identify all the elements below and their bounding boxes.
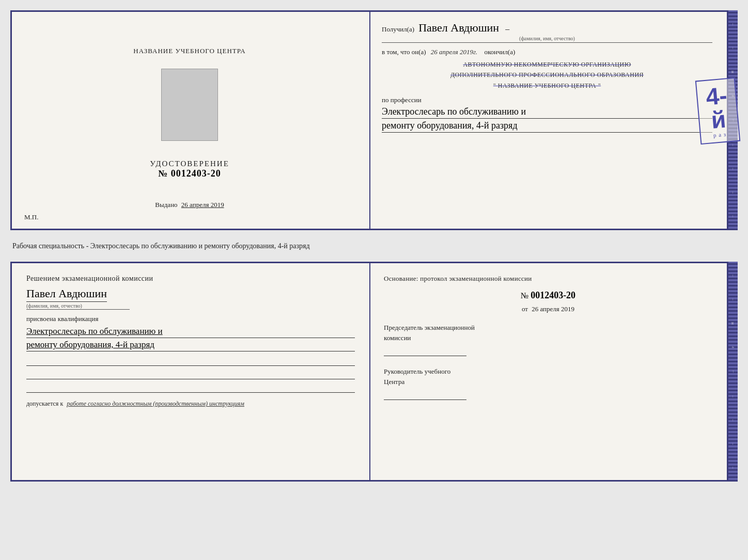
dopusk-text: работе согласно должностным (производств… — [67, 400, 244, 407]
recipient-name-bottom: Павел Авдюшин — [26, 287, 107, 302]
sig-line-2 — [26, 370, 355, 379]
rukovoditel-label1: Руководитель учебного — [384, 366, 712, 377]
recipient-name-top: Павел Авдюшин — [418, 21, 499, 35]
ot-date-block: от 26 апреля 2019 — [384, 305, 712, 313]
ot-date-value: 26 апреля 2019 — [532, 305, 574, 313]
fio-block-bottom: Павел Авдюшин (фамилия, имя, отчество) — [26, 287, 355, 310]
org-line2: ДОПОЛНИТЕЛЬНОГО ПРОФЕССИОНАЛЬНОГО ОБРАЗО… — [382, 70, 712, 80]
rukovoditel-sig-line — [384, 390, 466, 400]
vydano-line: Выдано 26 апреля 2019 — [155, 201, 224, 209]
cert-number-top: № 0012403-20 — [150, 168, 229, 179]
dash-top: – — [505, 24, 509, 34]
bottom-cert-panels: Решением экзаменационной комиссии Павел … — [10, 262, 728, 482]
vydano-date: 26 апреля 2019 — [181, 201, 224, 209]
profession-block-top: по профессии Электрослесарь по обслужива… — [382, 96, 712, 133]
org-text-block: АВТОНОМНУЮ НЕКОММЕРЧЕСКУЮ ОРГАНИЗАЦИЮ ДО… — [382, 59, 712, 91]
stamp-area: АВТОНОМНУЮ НЕКОММЕРЧЕСКУЮ ОРГАНИЗАЦИЮ ДО… — [382, 59, 712, 91]
osnovanie-label: Основание: протокол экзаменационной коми… — [384, 275, 712, 283]
fio-subtitle-bottom: (фамилия, имя, отчество) — [26, 303, 130, 310]
bottom-certificate: Решением экзаменационной комиссии Павел … — [10, 262, 738, 482]
number-prefix: № — [158, 168, 168, 179]
vtom-date: 26 апреля 2019г. — [431, 48, 477, 56]
signature-lines-bottom — [26, 357, 355, 393]
org-lines: АВТОНОМНУЮ НЕКОММЕРЧЕСКУЮ ОРГАНИЗАЦИЮ ДО… — [382, 59, 712, 91]
bottom-right-spine: – – и а ← – – – – — [728, 262, 738, 482]
udostoverenie-label: УДОСТОВЕРЕНИЕ — [150, 159, 229, 168]
vtom-label: в том, что он(а) — [382, 48, 426, 56]
poluchil-label: Получил(а) — [382, 25, 414, 34]
protocol-block: № 0012403-20 — [384, 290, 712, 301]
bottom-cert-left: Решением экзаменационной комиссии Павел … — [12, 263, 369, 480]
top-certificate: НАЗВАНИЕ УЧЕБНОГО ЦЕНТРА УДОСТОВЕРЕНИЕ №… — [10, 10, 738, 230]
page-wrapper: НАЗВАНИЕ УЧЕБНОГО ЦЕНТРА УДОСТОВЕРЕНИЕ №… — [10, 10, 738, 482]
photo-placeholder — [161, 69, 218, 141]
org-line3: " НАЗВАНИЕ УЧЕБНОГО ЦЕНТРА " — [382, 81, 712, 91]
top-cert-left: НАЗВАНИЕ УЧЕБНОГО ЦЕНТРА УДОСТОВЕРЕНИЕ №… — [12, 12, 367, 229]
top-cert-right: Получил(а) Павел Авдюшин – (фамилия, имя… — [367, 12, 727, 229]
profession-line1-top: Электрослесарь по обслуживанию и — [382, 106, 712, 119]
okonchil-label: окончил(а) — [484, 48, 515, 56]
ot-label: от — [522, 305, 528, 313]
chairman-sig-line — [384, 346, 466, 356]
grade-number: 4-й — [705, 83, 730, 132]
chairman-block: Председатель экзаменационной комиссии — [384, 323, 712, 356]
kvalif-block: Электрослесарь по обслуживанию и ремонту… — [26, 326, 355, 351]
vtom-line: в том, что он(а) 26 апреля 2019г. окончи… — [382, 48, 712, 56]
po-professii-label: по профессии — [382, 96, 712, 104]
fio-subtitle-top: (фамилия, имя, отчество) — [382, 36, 712, 43]
protocol-number: 0012403-20 — [531, 290, 575, 300]
sig-line-3 — [26, 383, 355, 393]
kvalif-line1: Электрослесарь по обслуживанию и — [26, 326, 355, 338]
dopuskaetsya-block: допускается к работе согласно должностны… — [26, 400, 355, 408]
poluchil-line: Получил(а) Павел Авдюшин – — [382, 21, 712, 35]
kvalif-line2: ремонту оборудования, 4-й разряд — [26, 340, 355, 351]
protocol-prefix: № — [521, 291, 528, 300]
resheniem-label: Решением экзаменационной комиссии — [26, 275, 355, 283]
bottom-cert-right: Основание: протокол экзаменационной коми… — [369, 263, 727, 480]
profession-lines-top: Электрослесарь по обслуживанию и ремонту… — [382, 106, 712, 133]
prisvoena-label: присвоена квалификация — [26, 315, 355, 323]
sig-line-1 — [26, 357, 355, 366]
udostoverenie-block: УДОСТОВЕРЕНИЕ № 0012403-20 — [150, 159, 229, 179]
chairman-label1: Председатель экзаменационной — [384, 323, 712, 333]
profession-line2-top: ремонту оборудования, 4-й разряд — [382, 120, 712, 133]
middle-text: Рабочая специальность - Электрослесарь п… — [10, 236, 738, 255]
cert-number-value: 0012403-20 — [171, 168, 221, 179]
top-cert-panels: НАЗВАНИЕ УЧЕБНОГО ЦЕНТРА УДОСТОВЕРЕНИЕ №… — [10, 10, 728, 230]
org-line1: АВТОНОМНУЮ НЕКОММЕРЧЕСКУЮ ОРГАНИЗАЦИЮ — [382, 59, 712, 70]
rukovoditel-block: Руководитель учебного Центра — [384, 366, 712, 400]
chairman-label2: комиссии — [384, 333, 712, 343]
dopuskaetsya-label: допускается к — [26, 400, 63, 407]
top-left-title: НАЗВАНИЕ УЧЕБНОГО ЦЕНТРА — [133, 47, 245, 55]
vydano-label: Выдано — [155, 201, 177, 209]
rukovoditel-label2: Центра — [384, 377, 712, 387]
mp-label: М.П. — [24, 213, 38, 221]
stamp-grade-box: 4-й р а з — [695, 77, 740, 145]
